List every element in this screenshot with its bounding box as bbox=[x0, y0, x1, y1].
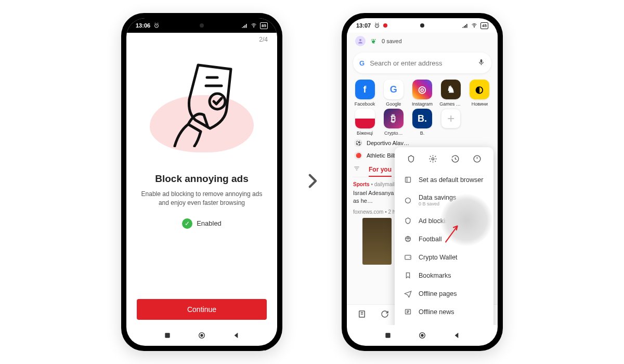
team-name: Deportivo Alav… bbox=[367, 140, 409, 146]
data-savings-icon bbox=[403, 197, 412, 204]
tile-label: Біженці bbox=[357, 131, 373, 136]
exit-icon[interactable] bbox=[473, 154, 482, 165]
settings-gear-icon[interactable] bbox=[428, 154, 437, 165]
svg-point-7 bbox=[474, 27, 475, 28]
android-nav-bar bbox=[126, 325, 277, 346]
default-browser-icon bbox=[403, 176, 412, 184]
search-bar[interactable]: G bbox=[353, 53, 491, 73]
signal-icon bbox=[241, 22, 248, 29]
tile-icon: ₿ bbox=[384, 109, 404, 128]
alarm-icon bbox=[153, 22, 160, 29]
main-menu-panel: Set as default browser Data savings 0 B … bbox=[395, 147, 493, 325]
team-row[interactable]: ⚽Deportivo Alav… bbox=[354, 139, 490, 147]
news-image-thumb[interactable] bbox=[362, 218, 392, 265]
svg-rect-9 bbox=[480, 59, 483, 63]
home-button[interactable] bbox=[198, 331, 206, 340]
speed-dial-grid: fFacebookGGoogle◎Instagram♞Games Cl…◐Нов… bbox=[347, 76, 498, 136]
voice-search-icon[interactable] bbox=[477, 58, 485, 68]
menu-ad-blocking[interactable]: Ad blocking bbox=[395, 212, 493, 230]
svg-point-10 bbox=[432, 158, 434, 160]
vpn-icon[interactable] bbox=[407, 154, 415, 165]
svg-rect-12 bbox=[405, 177, 410, 183]
recent-apps-button[interactable] bbox=[163, 331, 172, 340]
status-time: 13:07 bbox=[356, 22, 371, 29]
phone-2-frame: 13:07 45 ❦ 0 saved bbox=[342, 13, 503, 351]
feed-filter-icon[interactable] bbox=[353, 165, 360, 174]
menu-data-savings[interactable]: Data savings 0 B saved bbox=[395, 189, 493, 212]
bookmark-icon bbox=[403, 271, 412, 279]
menu-crypto-wallet[interactable]: Crypto Wallet bbox=[395, 248, 493, 266]
step-counter: 2/4 bbox=[259, 36, 268, 43]
recording-dot-icon bbox=[383, 23, 387, 28]
phone-2-screen: 13:07 45 ❦ 0 saved bbox=[347, 18, 498, 346]
onboarding-body: 2/4 Block annoying ads bbox=[126, 33, 277, 325]
tile-icon: G bbox=[384, 80, 404, 99]
tile-label: B. bbox=[420, 131, 425, 136]
battery-indicator: 85 bbox=[260, 22, 268, 29]
home-button[interactable] bbox=[418, 331, 426, 340]
menu-offline-news[interactable]: Offline news bbox=[395, 303, 493, 321]
phone-1-frame: 13:06 85 2/4 bbox=[121, 13, 282, 351]
menu-downloads[interactable]: Downloads bbox=[395, 321, 493, 325]
read-later-icon[interactable] bbox=[357, 309, 367, 321]
airplane-icon bbox=[403, 290, 412, 297]
enabled-indicator: ✓ Enabled bbox=[182, 218, 222, 229]
phone-1-screen: 13:06 85 2/4 bbox=[126, 18, 277, 346]
data-savings-leaf-icon[interactable]: ❦ bbox=[371, 37, 376, 45]
tab-for-you[interactable]: For you bbox=[369, 166, 392, 177]
menu-bookmarks[interactable]: Bookmarks bbox=[395, 266, 493, 284]
speed-dial-tile[interactable]: GGoogle bbox=[381, 80, 406, 107]
adblock-illustration bbox=[155, 59, 249, 158]
transition-arrow bbox=[303, 172, 321, 192]
speed-dial-tile[interactable]: ₿Crypto… bbox=[381, 109, 406, 136]
speed-dial-tile[interactable]: ◐Новини bbox=[467, 80, 492, 107]
tile-icon: ◐ bbox=[470, 80, 489, 99]
svg-point-20 bbox=[421, 334, 423, 336]
svg-rect-18 bbox=[385, 333, 390, 337]
alarm-icon bbox=[374, 22, 380, 29]
profile-avatar[interactable] bbox=[355, 36, 366, 46]
news-icon bbox=[403, 308, 412, 316]
football-icon bbox=[403, 235, 412, 243]
shield-icon bbox=[170, 59, 242, 147]
camera-notch bbox=[200, 23, 204, 28]
wifi-icon bbox=[251, 22, 257, 29]
svg-point-1 bbox=[254, 27, 254, 28]
saved-counter: 0 saved bbox=[382, 38, 402, 44]
team-badge-icon: ⚽ bbox=[354, 139, 362, 147]
menu-offline-pages[interactable]: Offline pages bbox=[395, 284, 493, 303]
menu-football[interactable]: Football bbox=[395, 230, 493, 248]
history-icon[interactable] bbox=[451, 154, 460, 165]
battery-indicator: 45 bbox=[480, 22, 488, 29]
menu-top-icons bbox=[395, 152, 493, 171]
add-tile-button[interactable]: + bbox=[438, 109, 464, 136]
svg-point-5 bbox=[201, 334, 203, 336]
back-button[interactable] bbox=[452, 331, 461, 340]
team-badge-icon: 🔴 bbox=[354, 151, 362, 160]
svg-rect-3 bbox=[165, 333, 170, 337]
tile-label: Instagram bbox=[412, 101, 433, 107]
speed-dial-tile[interactable]: Біженці bbox=[352, 109, 378, 136]
wifi-icon bbox=[471, 22, 477, 29]
continue-button[interactable]: Continue bbox=[137, 299, 267, 320]
stage: 13:06 85 2/4 bbox=[0, 0, 624, 364]
tile-icon: f bbox=[355, 80, 375, 99]
shield-icon bbox=[403, 217, 412, 225]
plus-icon: + bbox=[441, 109, 461, 128]
recent-apps-button[interactable] bbox=[384, 331, 392, 340]
onboarding-subtitle: Enable ad blocking to remove annoying ad… bbox=[139, 190, 264, 208]
speed-dial-tile[interactable]: ◎Instagram bbox=[409, 80, 435, 107]
status-time: 13:06 bbox=[136, 22, 150, 29]
reload-icon[interactable] bbox=[380, 309, 389, 321]
search-input[interactable] bbox=[370, 59, 472, 67]
menu-set-default[interactable]: Set as default browser bbox=[395, 171, 493, 189]
back-button[interactable] bbox=[232, 331, 240, 340]
speed-dial-tile[interactable]: fFacebook bbox=[352, 80, 378, 107]
signal-icon bbox=[462, 22, 468, 29]
browser-home: ❦ 0 saved G fFacebookGGoogle◎Instagram♞G… bbox=[347, 33, 498, 325]
tile-icon bbox=[355, 109, 375, 128]
tile-label: Games Cl… bbox=[439, 101, 462, 107]
tile-icon: ◎ bbox=[412, 80, 432, 99]
speed-dial-tile[interactable]: ♞Games Cl… bbox=[438, 80, 464, 107]
speed-dial-tile[interactable]: B.B. bbox=[409, 109, 435, 136]
